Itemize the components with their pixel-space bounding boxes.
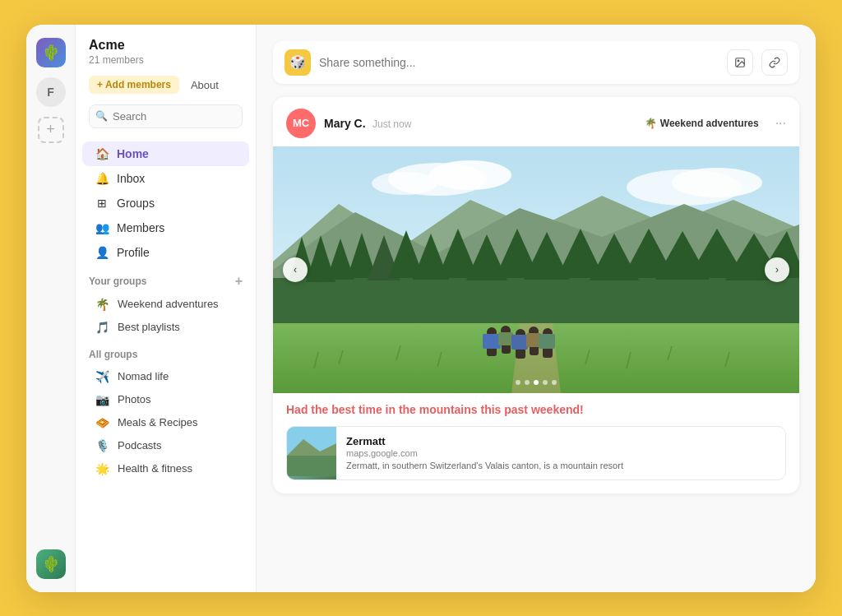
dot-4 xyxy=(543,380,548,385)
mountain-scene xyxy=(273,146,799,393)
rail: 🌵 F + 🌵 xyxy=(26,25,76,592)
group-health-label: Health & fitness xyxy=(118,462,192,475)
members-count: 21 members xyxy=(89,54,243,66)
sidebar-actions: + Add members About xyxy=(76,76,256,104)
user-avatar-bottom[interactable]: 🌵 xyxy=(36,549,66,579)
add-members-button[interactable]: + Add members xyxy=(89,76,179,94)
svg-point-4 xyxy=(429,160,511,190)
about-button[interactable]: About xyxy=(186,76,224,95)
post-card: MC Mary C. Just now 🌴 Weekend adventures… xyxy=(273,97,799,493)
meals-icon: 🧇 xyxy=(95,416,109,429)
nav-home[interactable]: 🏠 Home xyxy=(82,141,249,166)
search-input[interactable] xyxy=(89,104,243,128)
rail-letter-f[interactable]: F xyxy=(36,77,66,107)
nav-home-label: Home xyxy=(117,147,149,160)
svg-rect-45 xyxy=(539,334,555,349)
group-photos[interactable]: 📷 Photos xyxy=(82,388,249,411)
link-preview-image xyxy=(287,427,336,479)
svg-rect-55 xyxy=(287,456,336,476)
rail-bottom: 🌵 xyxy=(36,549,66,579)
nav-groups[interactable]: ⊞ Groups xyxy=(82,191,249,215)
post-author-avatar: MC xyxy=(286,109,316,138)
svg-point-7 xyxy=(672,168,762,197)
workspace-name: Acme xyxy=(89,38,243,53)
post-time: Just now xyxy=(372,118,411,130)
group-health-fitness[interactable]: 🌟 Health & fitness xyxy=(82,457,249,480)
photos-icon: 📷 xyxy=(95,393,109,406)
carousel-dots xyxy=(516,380,557,385)
nav-profile-label: Profile xyxy=(117,246,150,259)
share-input[interactable] xyxy=(319,56,719,69)
svg-rect-36 xyxy=(498,332,513,345)
link-button[interactable] xyxy=(761,49,788,76)
members-icon: 👥 xyxy=(95,221,109,234)
your-groups-label: Your groups xyxy=(89,276,146,287)
dot-1 xyxy=(516,380,520,385)
image-upload-button[interactable] xyxy=(727,49,753,76)
workspace-logo[interactable]: 🌵 xyxy=(36,38,66,67)
svg-rect-39 xyxy=(511,335,528,350)
health-icon: 🌟 xyxy=(95,462,109,475)
groups-icon: ⊞ xyxy=(95,197,109,210)
group-meals-recipes[interactable]: 🧇 Meals & Recipes xyxy=(82,411,249,434)
share-avatar: 🎲 xyxy=(285,49,311,76)
group-podcasts[interactable]: 🎙️ Podcasts xyxy=(82,434,249,457)
link-preview-description: Zermatt, in southern Switzerland's Valai… xyxy=(346,461,623,470)
nomad-icon: ✈️ xyxy=(95,370,109,383)
group-podcasts-label: Podcasts xyxy=(118,439,161,452)
home-icon: 🏠 xyxy=(95,147,109,160)
post-carousel: ‹ › xyxy=(273,146,799,393)
nav-inbox[interactable]: 🔔 Inbox xyxy=(82,166,249,191)
playlists-icon: 🎵 xyxy=(95,321,109,334)
post-caption: Had the best time in the mountains this … xyxy=(273,393,799,426)
profile-icon: 👤 xyxy=(95,246,109,259)
group-best-playlists[interactable]: 🎵 Best playlists xyxy=(82,316,249,339)
all-groups-label: All groups xyxy=(89,349,137,360)
svg-point-1 xyxy=(738,60,739,62)
nav-members[interactable]: 👥 Members xyxy=(82,215,249,240)
dot-5 xyxy=(552,380,557,385)
post-author-info: Mary C. Just now xyxy=(324,116,411,131)
link-preview[interactable]: Zermatt maps.google.com Zermatt, in sout… xyxy=(286,426,786,480)
group-nomad-life[interactable]: ✈️ Nomad life xyxy=(82,365,249,388)
post-header: MC Mary C. Just now 🌴 Weekend adventures… xyxy=(273,97,799,146)
post-author-name: Mary C. xyxy=(324,117,366,130)
group-weekend-label: Weekend adventures xyxy=(118,298,219,310)
group-photos-label: Photos xyxy=(118,393,150,405)
sidebar-header: Acme 21 members xyxy=(76,38,256,76)
main-content: 🎲 MC Mary C. Just xyxy=(257,25,816,592)
podcasts-icon: 🎙️ xyxy=(95,439,109,452)
rail-add-button[interactable]: + xyxy=(38,117,64,143)
carousel-prev-button[interactable]: ‹ xyxy=(283,257,308,282)
inbox-icon: 🔔 xyxy=(95,172,109,185)
link-preview-title: Zermatt xyxy=(346,435,623,447)
group-meals-label: Meals & Recipes xyxy=(118,416,198,428)
nav-inbox-label: Inbox xyxy=(117,172,145,185)
your-groups-section: Your groups + xyxy=(76,265,256,293)
nav-groups-label: Groups xyxy=(117,197,155,210)
nav-members-label: Members xyxy=(117,221,164,234)
post-tag[interactable]: 🌴 Weekend adventures xyxy=(645,118,758,129)
carousel-next-button[interactable]: › xyxy=(765,257,789,282)
search-icon: 🔍 xyxy=(95,110,108,122)
search-box: 🔍 xyxy=(89,104,243,128)
all-groups-section: All groups xyxy=(76,339,256,365)
your-groups-add[interactable]: + xyxy=(235,275,243,288)
group-weekend-adventures[interactable]: 🌴 Weekend adventures xyxy=(82,293,249,316)
svg-point-5 xyxy=(372,172,437,195)
svg-rect-33 xyxy=(483,334,501,349)
svg-rect-10 xyxy=(273,278,799,327)
link-preview-content: Zermatt maps.google.com Zermatt, in sout… xyxy=(336,427,633,479)
group-nomad-label: Nomad life xyxy=(118,370,169,382)
link-preview-url: maps.google.com xyxy=(346,448,623,458)
weekend-icon: 🌴 xyxy=(95,298,109,311)
app-container: 🌵 F + 🌵 Acme 21 members + Add members Ab… xyxy=(26,25,816,592)
nav-profile[interactable]: 👤 Profile xyxy=(82,240,249,265)
dot-2 xyxy=(525,380,530,385)
post-more-button[interactable]: ··· xyxy=(775,116,786,131)
sidebar: Acme 21 members + Add members About 🔍 🏠 … xyxy=(76,25,257,592)
share-bar: 🎲 xyxy=(273,41,799,84)
dot-3 xyxy=(534,380,539,385)
group-playlists-label: Best playlists xyxy=(118,321,180,333)
